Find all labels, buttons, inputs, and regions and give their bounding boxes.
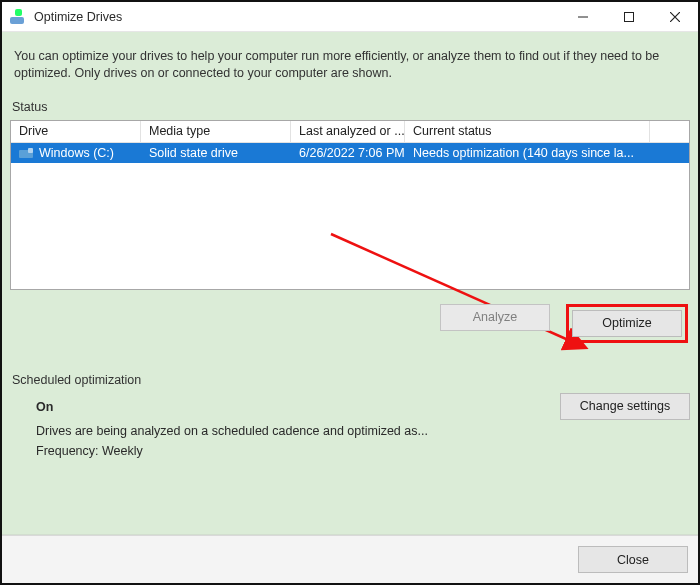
close-button[interactable] <box>652 2 698 32</box>
optimize-button[interactable]: Optimize <box>572 310 682 337</box>
window-controls <box>560 2 698 32</box>
minimize-button[interactable] <box>560 2 606 32</box>
content-panel: You can optimize your drives to help you… <box>2 32 698 535</box>
titlebar: Optimize Drives <box>2 2 698 32</box>
window-title: Optimize Drives <box>34 10 560 24</box>
intro-text: You can optimize your drives to help you… <box>14 48 686 82</box>
schedule-state: On <box>36 397 540 417</box>
schedule-label: Scheduled optimization <box>12 373 690 387</box>
cell-drive-text: Windows (C:) <box>39 146 114 160</box>
table-row[interactable]: Windows (C:) Solid state drive 6/26/2022… <box>11 143 689 163</box>
analyze-button: Analyze <box>440 304 550 331</box>
optimize-highlight: Optimize <box>566 304 688 343</box>
svg-rect-0 <box>625 12 634 21</box>
cell-drive: Windows (C:) <box>11 146 141 160</box>
column-current-status[interactable]: Current status <box>405 121 650 142</box>
drive-list[interactable]: Drive Media type Last analyzed or ... Cu… <box>10 120 690 290</box>
close-dialog-button[interactable]: Close <box>578 546 688 573</box>
column-drive[interactable]: Drive <box>11 121 141 142</box>
cell-status: Needs optimization (140 days since la... <box>405 146 689 160</box>
schedule-text: On Drives are being analyzed on a schedu… <box>10 397 540 461</box>
column-spacer <box>650 121 689 142</box>
status-label: Status <box>12 100 690 114</box>
drive-icon <box>19 146 33 160</box>
footer: Close <box>2 535 698 583</box>
change-settings-button[interactable]: Change settings <box>560 393 690 420</box>
drive-list-header: Drive Media type Last analyzed or ... Cu… <box>11 121 689 143</box>
drive-list-body: Windows (C:) Solid state drive 6/26/2022… <box>11 143 689 289</box>
window: Optimize Drives You can optimize your dr… <box>0 0 700 585</box>
action-button-row: Analyze Optimize <box>10 304 688 343</box>
cell-last: 6/26/2022 7:06 PM <box>291 146 405 160</box>
column-last-analyzed[interactable]: Last analyzed or ... <box>291 121 405 142</box>
column-media-type[interactable]: Media type <box>141 121 291 142</box>
maximize-button[interactable] <box>606 2 652 32</box>
schedule-freq: Frequency: Weekly <box>36 441 540 461</box>
cell-media: Solid state drive <box>141 146 291 160</box>
app-icon <box>10 9 26 25</box>
schedule-desc: Drives are being analyzed on a scheduled… <box>36 421 540 441</box>
schedule-block: On Drives are being analyzed on a schedu… <box>10 397 690 461</box>
